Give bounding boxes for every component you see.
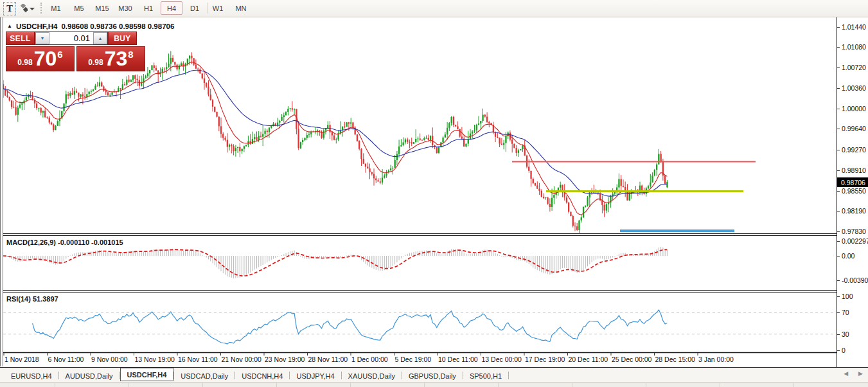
- timeframe-button-m1[interactable]: M1: [45, 1, 67, 15]
- tab-scroll-left-icon[interactable]: ◀: [844, 370, 848, 377]
- candle-body: [344, 127, 345, 127]
- chart-tab-sp500-h1[interactable]: SP500,H1: [463, 370, 508, 381]
- chart-tab-xauusd-daily[interactable]: XAUUSD,Daily: [342, 370, 402, 381]
- candle-body: [549, 204, 551, 207]
- buy-price-pip: 8: [128, 49, 133, 60]
- candles-layer: [3, 51, 668, 234]
- candle-body: [66, 94, 67, 104]
- candle-body: [476, 125, 477, 130]
- timeframe-button-h1[interactable]: H1: [137, 1, 159, 15]
- price-axis[interactable]: 0.98706 1.014401.010801.007201.003601.00…: [837, 17, 868, 367]
- timeframe-button-m5[interactable]: M5: [68, 1, 90, 15]
- candle-body: [606, 204, 607, 211]
- status-separator: [202, 383, 203, 387]
- chart-tab-usdjpy-h4[interactable]: USDJPY,H4: [290, 370, 341, 381]
- candle-body: [281, 117, 282, 121]
- status-separator: [498, 383, 499, 387]
- candle-body: [499, 138, 500, 143]
- candle-body: [42, 111, 44, 113]
- sell-button[interactable]: SELL: [6, 32, 35, 45]
- candle-body: [270, 126, 272, 128]
- candle-body: [666, 182, 668, 188]
- date-label: 23 Nov 19:00: [265, 356, 305, 363]
- candle-body: [417, 139, 418, 140]
- candle-body: [242, 149, 243, 152]
- axis-tick: [837, 191, 840, 192]
- candle-body: [357, 134, 358, 141]
- chart-tab-audusd-daily[interactable]: AUDUSD,Daily: [59, 370, 120, 381]
- volume-decrease-button[interactable]: ▼: [35, 32, 49, 44]
- candle-body: [166, 67, 167, 69]
- toolbar-drag-handle[interactable]: [40, 3, 42, 14]
- chevron-down-icon: [30, 8, 35, 10]
- rsi-axis-label: 0: [842, 346, 846, 354]
- candle-body: [516, 148, 517, 153]
- styler-dropdown-button[interactable]: [18, 2, 39, 14]
- candle-body: [572, 216, 574, 226]
- chart-tab-usdchf-h4[interactable]: USDCHF,H4: [120, 368, 174, 381]
- candle-body: [560, 185, 561, 188]
- candle-body: [327, 125, 328, 128]
- candle-body: [199, 69, 200, 74]
- candle-body: [566, 197, 567, 203]
- candle-body: [465, 144, 466, 147]
- candle-body: [332, 132, 333, 136]
- candle-body: [474, 130, 475, 132]
- candle-body: [193, 59, 195, 65]
- axis-tick: [837, 312, 840, 313]
- timeframe-button-m15[interactable]: M15: [91, 1, 113, 15]
- candle-body: [69, 93, 71, 96]
- candle-body: [172, 58, 173, 62]
- chart-tab-gbpusd-daily[interactable]: GBPUSD,Daily: [402, 370, 463, 381]
- chart-tab-eurusd-h4[interactable]: EURUSD,H4: [4, 370, 58, 381]
- status-separator: [424, 383, 425, 387]
- candle-body: [197, 69, 199, 69]
- candle-body: [262, 134, 263, 137]
- candle-body: [392, 168, 393, 168]
- buy-button[interactable]: BUY: [108, 32, 137, 45]
- candle-body: [369, 168, 370, 172]
- tab-scroll-right-icon[interactable]: ▶: [858, 370, 863, 377]
- chart-area[interactable]: 1 Nov 20186 Nov 11:009 Nov 00:0013 Nov 1…: [3, 17, 837, 367]
- rsi-axis-label: 70: [842, 309, 849, 316]
- candle-body: [212, 100, 213, 107]
- candle-body: [568, 203, 569, 212]
- macd-signal-line: [3, 249, 667, 276]
- candle-body: [488, 122, 490, 123]
- candle-body: [89, 92, 90, 94]
- price-axis-label: 0.98910: [842, 166, 866, 174]
- candle-body: [151, 66, 152, 71]
- candle-body: [445, 134, 446, 138]
- text-tool-button[interactable]: T: [3, 2, 16, 15]
- text-tool-label: T: [6, 4, 13, 14]
- timeframe-button-w1[interactable]: W1: [207, 1, 229, 15]
- status-separator: [572, 383, 572, 387]
- price-axis-label: 0.99270: [842, 146, 866, 154]
- timeframe-button-m30[interactable]: M30: [114, 1, 136, 15]
- buy-price-button[interactable]: 0.98 73 8: [76, 46, 145, 71]
- candle-body: [279, 121, 280, 123]
- volume-input[interactable]: 0.01: [49, 32, 93, 44]
- candle-body: [44, 111, 46, 118]
- candle-body: [256, 137, 257, 140]
- timeframe-button-d1[interactable]: D1: [184, 1, 206, 15]
- status-separator: [646, 383, 646, 387]
- volume-increase-button[interactable]: ▲: [93, 32, 107, 44]
- candle-body: [420, 139, 421, 140]
- sell-price-button[interactable]: 0.98 70 6: [6, 46, 75, 71]
- axis-tick: [837, 296, 840, 297]
- candle-body: [292, 108, 293, 109]
- axis-tick: [837, 88, 840, 89]
- candle-body: [459, 129, 461, 137]
- chart-tab-usdcnh-h4[interactable]: USDCNH,H4: [235, 370, 289, 381]
- date-axis[interactable]: 1 Nov 20186 Nov 11:009 Nov 00:0013 Nov 1…: [4, 353, 734, 363]
- candle-body: [423, 138, 425, 140]
- timeframe-button-mn[interactable]: MN: [230, 1, 252, 15]
- candle-body: [13, 107, 14, 107]
- date-label: 1 Nov 2018: [4, 356, 39, 363]
- price-axis-label: 0.98190: [842, 207, 866, 215]
- chart-tab-usdcad-daily[interactable]: USDCAD,Daily: [174, 370, 235, 381]
- timeframe-button-h4[interactable]: H4: [161, 1, 182, 15]
- candle-body: [235, 148, 236, 151]
- candle-body: [335, 140, 337, 140]
